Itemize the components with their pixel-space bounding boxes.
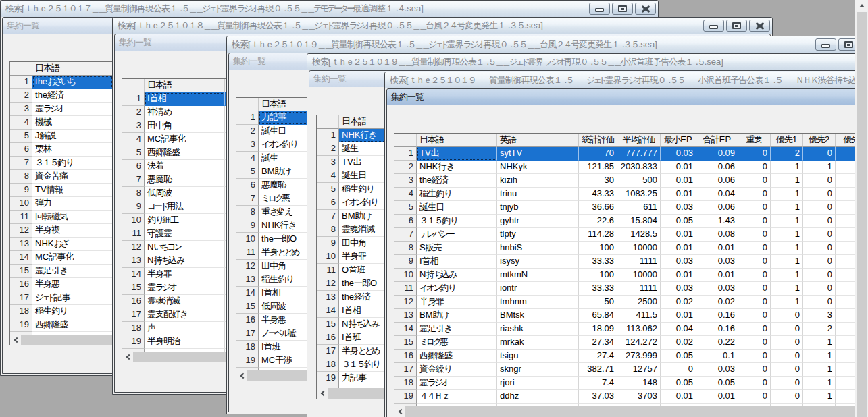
window-the251019-c[interactable]: 検索[ｔｈｅ２５１０１９＿＿質量制御再現公表１．５＿＿ジェド霊界ラジオ再現０．５… <box>384 72 868 417</box>
table-cell[interactable]: 0 <box>738 350 771 363</box>
table-cell[interactable]: 2500 <box>617 296 661 309</box>
grid-corner-cell[interactable] <box>10 62 32 76</box>
table-cell[interactable]: イオン釣り <box>417 282 497 296</box>
row-number-cell[interactable]: 12 <box>317 277 339 291</box>
table-cell[interactable]: 50 <box>579 296 617 309</box>
table-cell[interactable]: 1 <box>771 174 803 188</box>
row-number-cell[interactable]: 19 <box>317 372 339 385</box>
table-row[interactable]: 3the経済kizih305000.010.06010 <box>394 174 868 188</box>
row-number-cell[interactable]: 19 <box>394 390 417 404</box>
table-cell[interactable]: 0 <box>803 215 836 228</box>
row-number-cell[interactable]: 2 <box>10 89 32 103</box>
row-number-cell[interactable]: 5 <box>10 130 32 143</box>
table-cell[interactable]: 1 <box>803 336 836 350</box>
table-cell[interactable]: 0 <box>661 363 696 377</box>
table-cell[interactable]: 1111 <box>617 255 661 269</box>
table-cell[interactable]: 0.05 <box>696 377 738 390</box>
row-number-cell[interactable]: 1 <box>10 76 32 89</box>
table-cell[interactable]: 1 <box>771 228 803 242</box>
row-number-cell[interactable]: 8 <box>10 170 32 184</box>
table-cell[interactable]: 西郷隆盛 <box>32 318 113 332</box>
table-cell[interactable]: 124.272 <box>617 336 661 350</box>
table-row[interactable]: 4稲生釣りtrinu43.331083.250.010.04010 <box>394 188 868 201</box>
table-cell[interactable]: 777.777 <box>617 147 661 161</box>
row-number-cell[interactable]: 16 <box>10 278 32 291</box>
window-titlebar[interactable]: 検索[ｔｈｅ２５１０１７＿＿質量制御再現公表１．５＿＿ジェド霊界ラジオ再現０．５… <box>1 1 658 17</box>
row-number-cell[interactable]: 4 <box>122 133 145 146</box>
table-row[interactable]: 6３１５釣りgyhtr22.615.8040.051.43010 <box>394 215 868 228</box>
table-cell[interactable]: 0.01 <box>661 242 696 255</box>
table-cell[interactable]: 0.01 <box>696 390 738 404</box>
table-cell[interactable]: 0 <box>738 201 771 215</box>
table-cell[interactable]: trinu <box>497 188 579 201</box>
table-row[interactable]: 14霊足引きriashk18.09113.0620.040.16002 <box>394 323 868 336</box>
table-cell[interactable]: 0 <box>738 215 771 228</box>
table-cell[interactable]: 30 <box>579 174 617 188</box>
table-cell[interactable]: TV出 <box>417 147 497 161</box>
table-cell[interactable]: iontr <box>497 282 579 296</box>
table-cell[interactable]: NHK行き <box>417 161 497 174</box>
row-number-cell[interactable]: 11 <box>122 227 145 241</box>
table-cell[interactable]: 稲生釣り <box>417 188 497 201</box>
vertical-scrollbar[interactable] <box>855 0 868 417</box>
row-number-cell[interactable]: 12 <box>236 260 259 273</box>
table-cell[interactable]: 0 <box>771 350 803 363</box>
table-cell[interactable]: 田中角 <box>145 119 225 133</box>
table-cell[interactable]: 18.09 <box>579 323 617 336</box>
row-number-cell[interactable]: 3 <box>236 138 259 152</box>
table-cell[interactable]: 1 <box>771 242 803 255</box>
window-titlebar[interactable]: 検索[ｔｈｅ２５１０１８＿＿質量制御再現公表１．５＿＿ジェド霊界ラジオ再現０．５… <box>113 18 772 34</box>
table-cell[interactable]: I首相 <box>145 92 225 106</box>
table-cell[interactable]: BM助け <box>417 309 497 323</box>
column-header[interactable]: 平均評価 <box>617 134 661 147</box>
row-number-cell[interactable]: 3 <box>317 156 339 169</box>
table-cell[interactable]: 霊足引き <box>32 265 113 278</box>
table-cell[interactable]: 1 <box>803 350 836 363</box>
table-cell[interactable]: 0 <box>738 363 771 377</box>
table-cell[interactable]: 1 <box>803 390 836 404</box>
table-cell[interactable]: 資金繰り <box>417 363 497 377</box>
row-number-cell[interactable]: 5 <box>122 146 145 160</box>
table-cell[interactable]: 栗林 <box>32 143 113 157</box>
close-button[interactable] <box>749 20 770 32</box>
table-cell[interactable]: 100 <box>579 269 617 282</box>
table-cell[interactable]: 0.09 <box>696 147 738 161</box>
row-number-cell[interactable]: 2 <box>317 142 339 156</box>
table-cell[interactable]: 0 <box>771 377 803 390</box>
table-cell[interactable]: 霊ラジオ <box>417 377 497 390</box>
window-titlebar[interactable]: 検索[ｔｈｅ２５１０１９＿＿質量制御再現公表１．５＿＿ジェド霊界ラジオ再現０．５… <box>307 54 868 70</box>
scroll-left-button[interactable] <box>122 352 133 362</box>
table-cell[interactable]: tnjyb <box>497 201 579 215</box>
row-number-cell[interactable]: 2 <box>122 106 145 119</box>
table-row[interactable]: 17資金繰りskngr382.711275700.03001 <box>394 363 868 377</box>
table-row[interactable]: 2NHK行きNHKyk121.852030.8330.010.06011 <box>394 161 868 174</box>
table-cell[interactable]: 0.03 <box>661 201 696 215</box>
table-cell[interactable]: 霊足引き <box>417 323 497 336</box>
table-cell[interactable]: 33.33 <box>579 282 617 296</box>
table-cell[interactable]: 霊ラジオ <box>32 103 113 116</box>
table-row[interactable]: 18霊ラジオrjori7.41480.050.05001 <box>394 377 868 390</box>
table-cell[interactable]: 0.03 <box>661 282 696 296</box>
table-cell[interactable]: 0.06 <box>696 201 738 215</box>
table-cell[interactable]: 0.03 <box>696 363 738 377</box>
row-number-cell[interactable]: 18 <box>10 305 32 318</box>
row-number-cell[interactable]: 12 <box>122 241 145 254</box>
table-cell[interactable]: 0.22 <box>696 336 738 350</box>
panel-titlebar[interactable]: 集約一覧 <box>387 89 868 105</box>
table-cell[interactable]: 0.01 <box>661 269 696 282</box>
table-cell[interactable]: 15.804 <box>617 215 661 228</box>
row-number-cell[interactable]: 8 <box>122 187 145 200</box>
row-number-cell[interactable]: 6 <box>317 196 339 210</box>
table-cell[interactable]: TV情報 <box>32 184 113 197</box>
row-number-cell[interactable]: 6 <box>236 179 259 192</box>
table-row[interactable]: 12半身罪tmhnm5025000.020.02010 <box>394 296 868 309</box>
table-cell[interactable]: 西郷隆盛 <box>417 350 497 363</box>
table-cell[interactable]: NHKおざ <box>32 238 113 251</box>
table-cell[interactable]: 0 <box>738 147 771 161</box>
table-cell[interactable]: 1 <box>771 255 803 269</box>
table-cell[interactable]: 0 <box>803 188 836 201</box>
table-cell[interactable]: 1 <box>771 161 803 174</box>
table-cell[interactable]: 1 <box>803 363 836 377</box>
row-number-cell[interactable]: 18 <box>394 377 417 390</box>
row-number-cell[interactable]: 1 <box>236 111 259 125</box>
